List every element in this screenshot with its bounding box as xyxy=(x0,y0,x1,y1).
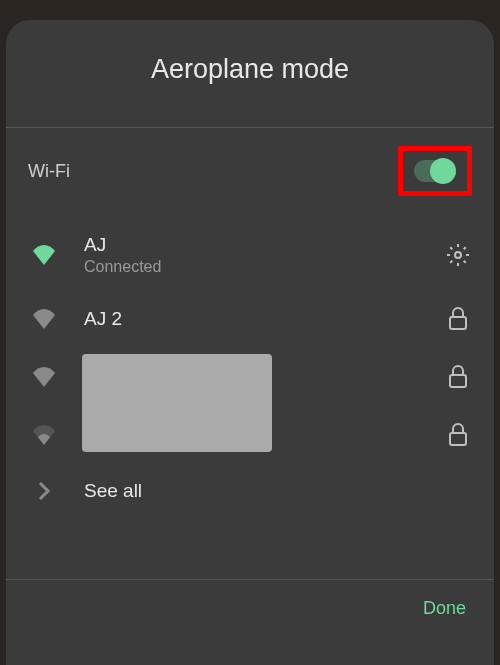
page-title: Aeroplane mode xyxy=(26,54,474,85)
network-name: AJ xyxy=(84,234,444,256)
panel-header: Aeroplane mode xyxy=(6,20,494,127)
lock-icon xyxy=(444,423,472,447)
see-all-button[interactable]: See all xyxy=(14,464,486,518)
network-text: AJ Connected xyxy=(84,234,444,276)
wifi-toggle-container xyxy=(398,146,472,196)
wifi-label: Wi-Fi xyxy=(28,161,70,182)
wifi-signal-icon xyxy=(28,367,60,387)
network-item-connected[interactable]: AJ Connected xyxy=(14,220,486,290)
settings-gear-icon[interactable] xyxy=(444,243,472,267)
wifi-signal-icon xyxy=(28,245,60,265)
svg-rect-1 xyxy=(450,317,466,329)
lock-icon xyxy=(444,365,472,389)
settings-panel: Aeroplane mode Wi-Fi AJ Connected xyxy=(6,20,494,665)
redacted-networks xyxy=(14,348,486,464)
network-item-redacted[interactable] xyxy=(14,348,486,406)
lock-icon xyxy=(444,307,472,331)
wifi-signal-weak-icon xyxy=(28,425,60,445)
network-list: AJ Connected AJ 2 xyxy=(6,220,494,579)
wifi-signal-icon xyxy=(28,309,60,329)
svg-point-0 xyxy=(455,252,461,258)
done-button[interactable]: Done xyxy=(423,598,466,619)
wifi-toggle-thumb xyxy=(430,158,456,184)
see-all-label: See all xyxy=(84,480,142,502)
chevron-right-icon xyxy=(28,481,60,501)
wifi-toggle-row: Wi-Fi xyxy=(6,128,494,220)
panel-footer: Done xyxy=(6,579,494,665)
redacted-block xyxy=(82,354,272,452)
svg-rect-2 xyxy=(450,375,466,387)
network-item[interactable]: AJ 2 xyxy=(14,290,486,348)
network-name: AJ 2 xyxy=(84,308,444,330)
svg-rect-3 xyxy=(450,433,466,445)
wifi-toggle[interactable] xyxy=(414,160,456,182)
network-text: AJ 2 xyxy=(84,308,444,330)
network-status: Connected xyxy=(84,258,444,276)
